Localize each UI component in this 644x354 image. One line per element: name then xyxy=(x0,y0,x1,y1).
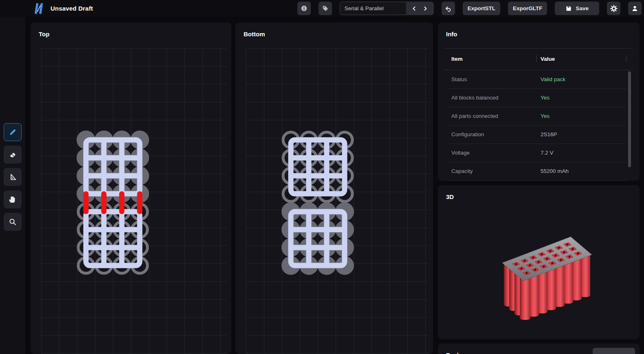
row-value: Yes xyxy=(541,113,549,119)
column-divider xyxy=(626,55,626,62)
pencil-icon xyxy=(9,128,17,136)
info-title: Info xyxy=(446,31,457,38)
row-value: Valid pack xyxy=(541,76,565,82)
tool-setsquare-button[interactable] xyxy=(4,168,22,186)
row-label: Status xyxy=(451,76,467,82)
row-value: Yes xyxy=(541,95,549,101)
info-panel: Info Item Value Status Valid pack All bl… xyxy=(438,22,640,181)
chevron-right-icon[interactable] xyxy=(423,6,428,11)
save-button[interactable]: Save xyxy=(555,2,599,15)
battery-pack-top-view[interactable] xyxy=(31,22,231,354)
block-mode-selector: Serial & Parallel xyxy=(340,2,434,15)
pack-3d-render[interactable] xyxy=(479,234,603,330)
info-button[interactable] xyxy=(297,2,311,15)
pack-panel-title: Pack xyxy=(446,352,460,354)
row-label: Capacity xyxy=(451,168,473,174)
topbar: Unsaved Draft Serial & Parallel xyxy=(0,0,644,17)
undo-icon xyxy=(444,5,452,12)
row-label: All parts connected xyxy=(451,113,498,119)
info-icon xyxy=(301,5,308,12)
tool-palette xyxy=(0,17,25,354)
info-table-header: Item Value xyxy=(438,49,640,70)
bottom-view-panel: Bottom xyxy=(235,22,433,354)
gear-icon xyxy=(610,5,618,12)
export-gltf-button[interactable]: ExporGLTF xyxy=(508,2,547,15)
tag-icon xyxy=(322,5,329,12)
user-icon xyxy=(631,5,638,12)
column-header-value: Value xyxy=(541,56,555,62)
mode-select[interactable]: Serial & Parallel xyxy=(340,2,406,15)
settings-button[interactable] xyxy=(607,2,620,15)
table-row: All parts connected Yes xyxy=(438,107,640,125)
account-button[interactable] xyxy=(628,2,642,15)
brand: Unsaved Draft xyxy=(32,1,93,16)
pack-panel: Pack xyxy=(438,343,640,354)
mode-steppers xyxy=(406,2,434,15)
row-label: Voltage xyxy=(451,150,470,156)
table-row: Configuration 2S16P xyxy=(438,125,640,144)
eraser-icon xyxy=(9,150,17,159)
setsquare-icon xyxy=(9,173,17,181)
row-value: 7.2 V xyxy=(541,150,554,156)
tool-hand-button[interactable] xyxy=(4,190,22,208)
viewer-3d-panel: 3D xyxy=(438,185,640,339)
row-label: All blocks balanced xyxy=(451,95,499,101)
app-logo-hash-icon xyxy=(32,1,46,16)
chevron-left-icon[interactable] xyxy=(412,6,417,11)
table-row: All blocks balanced Yes xyxy=(438,88,640,107)
save-label: Save xyxy=(576,5,589,11)
hand-icon xyxy=(9,195,17,204)
tool-magnifier-button[interactable] xyxy=(4,213,22,231)
table-row: Capacity 55200 mAh xyxy=(438,162,640,180)
top-view-panel: Top xyxy=(31,22,231,354)
export-stl-button[interactable]: ExportSTL xyxy=(463,2,500,15)
table-row: Status Valid pack xyxy=(438,70,640,88)
document-title: Unsaved Draft xyxy=(51,5,93,12)
table-scrollbar-thumb[interactable] xyxy=(628,71,631,167)
tool-pencil-button[interactable] xyxy=(4,123,22,141)
pack-action-button[interactable] xyxy=(593,348,635,354)
row-label: Configuration xyxy=(451,131,484,137)
topbar-actions: Serial & Parallel ExportSTL ExporGLTF xyxy=(297,0,642,17)
tool-eraser-button[interactable] xyxy=(4,146,22,164)
floppy-icon xyxy=(565,5,572,12)
magnifier-icon xyxy=(9,218,17,226)
undo-button[interactable] xyxy=(442,2,455,15)
column-divider xyxy=(536,55,537,62)
viewer-3d-title: 3D xyxy=(446,193,454,200)
row-value: 2S16P xyxy=(541,131,557,137)
battery-pack-bottom-view[interactable] xyxy=(235,22,433,354)
row-value: 55200 mAh xyxy=(541,168,569,174)
table-row: Voltage 7.2 V xyxy=(438,144,640,162)
divider xyxy=(447,180,626,181)
tag-button[interactable] xyxy=(319,2,332,15)
column-header-item: Item xyxy=(451,56,463,62)
